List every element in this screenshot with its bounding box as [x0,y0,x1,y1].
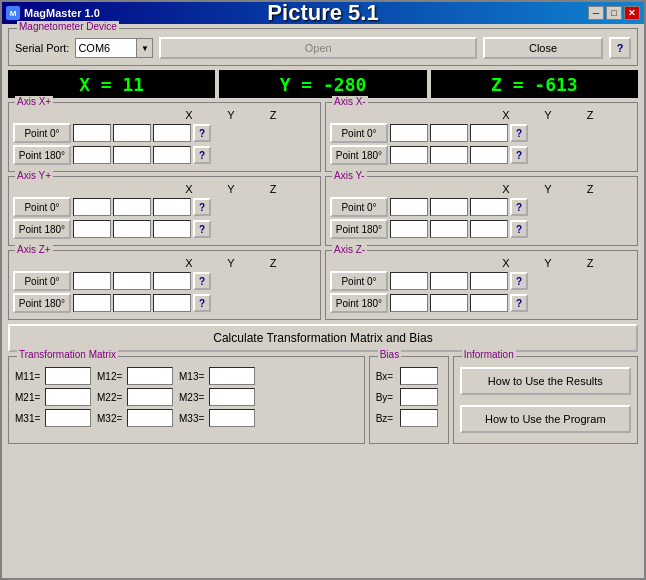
axis-zm-point0-x[interactable] [390,272,428,290]
close-window-button[interactable]: ✕ [624,6,640,20]
axis-ym-point180-y[interactable] [430,220,468,238]
m12-input[interactable] [127,367,173,385]
axis-xp-point0-button[interactable]: Point 0° [13,123,71,143]
axis-zm-point180-y[interactable] [430,294,468,312]
axis-xm-point0-button[interactable]: Point 0° [330,123,388,143]
axis-ym-help180-button[interactable]: ? [510,220,528,238]
axis-xm-header: X Y Z [330,109,633,121]
axis-xp-point180-z[interactable] [153,146,191,164]
axis-xm-point180-z[interactable] [470,146,508,164]
axis-zm-point180-x[interactable] [390,294,428,312]
y-value: Y = -280 [280,74,367,95]
axis-ym-point180-button[interactable]: Point 180° [330,219,388,239]
maximize-button[interactable]: □ [606,6,622,20]
axis-xp-point0-x[interactable] [73,124,111,142]
axis-yp-help180-button[interactable]: ? [193,220,211,238]
axis-xp-point180-x[interactable] [73,146,111,164]
axis-xm-point180-x[interactable] [390,146,428,164]
axis-xp-point0-z[interactable] [153,124,191,142]
axis-ym-point0-z[interactable] [470,198,508,216]
picture-title: Picture 5.1 [267,0,378,26]
bias-row-x: Bx= [376,367,442,385]
axis-zp-point0-y[interactable] [113,272,151,290]
axis-yp-point180-z[interactable] [153,220,191,238]
axis-yp-point0-x[interactable] [73,198,111,216]
m21-input[interactable] [45,388,91,406]
axis-xp-point180-button[interactable]: Point 180° [13,145,71,165]
axis-ym-point180-z[interactable] [470,220,508,238]
axis-xm-point180-button[interactable]: Point 180° [330,145,388,165]
axis-zp-help180-button[interactable]: ? [193,294,211,312]
axis-zp-point180-x[interactable] [73,294,111,312]
axis-zp-help0-button[interactable]: ? [193,272,211,290]
axis-zp-point180-y[interactable] [113,294,151,312]
axis-xm-point0-x[interactable] [390,124,428,142]
calculate-button[interactable]: Calculate Transformation Matrix and Bias [8,324,638,352]
serial-port-combo[interactable]: ▼ [75,38,153,58]
axis-zm-point180-button[interactable]: Point 180° [330,293,388,313]
axis-yp-point180-button[interactable]: Point 180° [13,219,71,239]
axis-yp-help0-button[interactable]: ? [193,198,211,216]
axis-xp-help180-button[interactable]: ? [193,146,211,164]
axis-xm-col-y: Y [527,109,569,121]
m22-input[interactable] [127,388,173,406]
axis-xm-help0-button[interactable]: ? [510,124,528,142]
axis-zm-point0-y[interactable] [430,272,468,290]
how-to-use-program-button[interactable]: How to Use the Program [460,405,631,433]
axis-zp-point0-z[interactable] [153,272,191,290]
axis-ym-point180-x[interactable] [390,220,428,238]
axis-xp-point0-y[interactable] [113,124,151,142]
axis-zm-help180-button[interactable]: ? [510,294,528,312]
axis-xp-point180-y[interactable] [113,146,151,164]
m32-input[interactable] [127,409,173,427]
bias-group-title: Bias [378,349,401,360]
axis-zm-point0-button[interactable]: Point 0° [330,271,388,291]
axis-zp-point0-x[interactable] [73,272,111,290]
axis-xp-col-y: Y [210,109,252,121]
close-button[interactable]: Close [483,37,603,59]
axis-yp-point0-y[interactable] [113,198,151,216]
axis-zm-point180-z[interactable] [470,294,508,312]
bz-input[interactable] [400,409,438,427]
m32-label: M32= [97,413,125,424]
axis-zp-point180-button[interactable]: Point 180° [13,293,71,313]
serial-port-input[interactable] [76,42,136,54]
device-help-button[interactable]: ? [609,37,631,59]
axis-zp-point0-button[interactable]: Point 0° [13,271,71,291]
axis-xm-point180-y[interactable] [430,146,468,164]
open-button[interactable]: Open [159,37,477,59]
axis-xm-help180-button[interactable]: ? [510,146,528,164]
m23-input[interactable] [209,388,255,406]
axis-zm-point0-z[interactable] [470,272,508,290]
app-icon: M [6,6,20,20]
axis-yp-point180-x[interactable] [73,220,111,238]
how-to-use-results-button[interactable]: How to Use the Results [460,367,631,395]
axis-ym-point0-y[interactable] [430,198,468,216]
axis-ym-header: X Y Z [330,183,633,195]
axis-ym-point0-button[interactable]: Point 0° [330,197,388,217]
m33-input[interactable] [209,409,255,427]
axis-zm-group: Axis Z- X Y Z Point 0° ? Point 180° [325,250,638,320]
axis-zp-point180-z[interactable] [153,294,191,312]
axis-xm-point0-z[interactable] [470,124,508,142]
axis-ym-help0-button[interactable]: ? [510,198,528,216]
axis-zm-help0-button[interactable]: ? [510,272,528,290]
by-input[interactable] [400,388,438,406]
axis-yp-point180-y[interactable] [113,220,151,238]
m11-input[interactable] [45,367,91,385]
minimize-button[interactable]: ─ [588,6,604,20]
axis-yp-point0-z[interactable] [153,198,191,216]
axis-zm-header: X Y Z [330,257,633,269]
m13-input[interactable] [209,367,255,385]
axis-xp-help0-button[interactable]: ? [193,124,211,142]
m31-input[interactable] [45,409,91,427]
axis-zm-col-x: X [485,257,527,269]
axis-yp-point0-button[interactable]: Point 0° [13,197,71,217]
bx-input[interactable] [400,367,438,385]
axis-xm-point0-y[interactable] [430,124,468,142]
combo-arrow-icon[interactable]: ▼ [136,39,152,57]
axis-ym-point0-x[interactable] [390,198,428,216]
calc-row: Calculate Transformation Matrix and Bias [8,324,638,352]
main-window: M MagMaster 1.0 Picture 5.1 ─ □ ✕ Magnet… [0,0,646,580]
axis-ym-group: Axis Y- X Y Z Point 0° ? Point 180° [325,176,638,246]
